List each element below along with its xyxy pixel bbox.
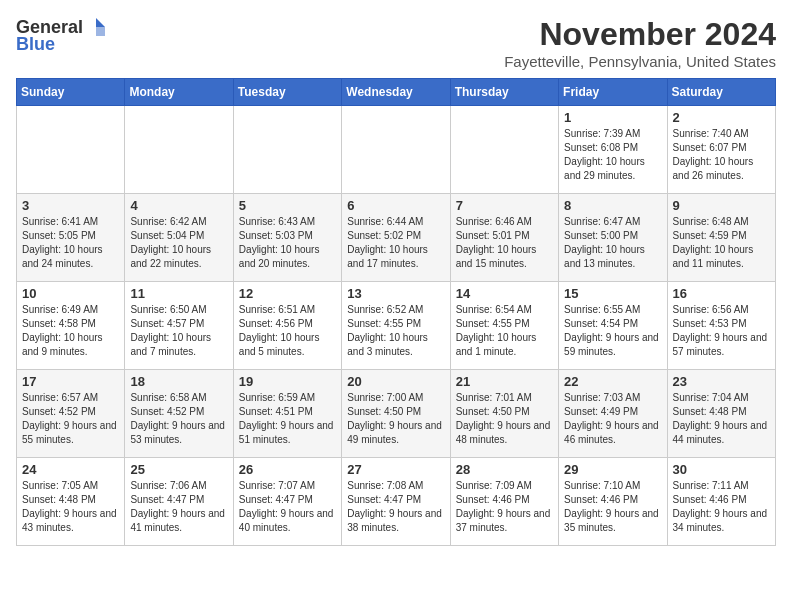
calendar-table: SundayMondayTuesdayWednesdayThursdayFrid… — [16, 78, 776, 546]
day-info: Sunrise: 6:56 AMSunset: 4:53 PMDaylight:… — [673, 303, 770, 359]
day-info: Sunrise: 7:00 AMSunset: 4:50 PMDaylight:… — [347, 391, 444, 447]
day-cell — [125, 106, 233, 194]
month-title: November 2024 — [504, 16, 776, 53]
day-cell: 29Sunrise: 7:10 AMSunset: 4:46 PMDayligh… — [559, 458, 667, 546]
week-row-4: 17Sunrise: 6:57 AMSunset: 4:52 PMDayligh… — [17, 370, 776, 458]
day-info: Sunrise: 7:04 AMSunset: 4:48 PMDaylight:… — [673, 391, 770, 447]
day-info: Sunrise: 6:50 AMSunset: 4:57 PMDaylight:… — [130, 303, 227, 359]
day-cell: 4Sunrise: 6:42 AMSunset: 5:04 PMDaylight… — [125, 194, 233, 282]
day-number: 4 — [130, 198, 227, 213]
logo-blue: Blue — [16, 34, 55, 55]
day-cell: 27Sunrise: 7:08 AMSunset: 4:47 PMDayligh… — [342, 458, 450, 546]
day-number: 3 — [22, 198, 119, 213]
week-row-2: 3Sunrise: 6:41 AMSunset: 5:05 PMDaylight… — [17, 194, 776, 282]
day-cell: 8Sunrise: 6:47 AMSunset: 5:00 PMDaylight… — [559, 194, 667, 282]
day-cell: 13Sunrise: 6:52 AMSunset: 4:55 PMDayligh… — [342, 282, 450, 370]
day-number: 22 — [564, 374, 661, 389]
day-info: Sunrise: 7:11 AMSunset: 4:46 PMDaylight:… — [673, 479, 770, 535]
day-number: 17 — [22, 374, 119, 389]
day-info: Sunrise: 7:03 AMSunset: 4:49 PMDaylight:… — [564, 391, 661, 447]
day-info: Sunrise: 6:44 AMSunset: 5:02 PMDaylight:… — [347, 215, 444, 271]
day-info: Sunrise: 6:48 AMSunset: 4:59 PMDaylight:… — [673, 215, 770, 271]
day-cell: 15Sunrise: 6:55 AMSunset: 4:54 PMDayligh… — [559, 282, 667, 370]
day-info: Sunrise: 6:47 AMSunset: 5:00 PMDaylight:… — [564, 215, 661, 271]
day-number: 1 — [564, 110, 661, 125]
day-number: 5 — [239, 198, 336, 213]
header-cell-thursday: Thursday — [450, 79, 558, 106]
day-cell: 7Sunrise: 6:46 AMSunset: 5:01 PMDaylight… — [450, 194, 558, 282]
day-info: Sunrise: 6:54 AMSunset: 4:55 PMDaylight:… — [456, 303, 553, 359]
day-number: 21 — [456, 374, 553, 389]
day-cell: 9Sunrise: 6:48 AMSunset: 4:59 PMDaylight… — [667, 194, 775, 282]
day-number: 12 — [239, 286, 336, 301]
day-info: Sunrise: 6:41 AMSunset: 5:05 PMDaylight:… — [22, 215, 119, 271]
week-row-5: 24Sunrise: 7:05 AMSunset: 4:48 PMDayligh… — [17, 458, 776, 546]
day-cell: 18Sunrise: 6:58 AMSunset: 4:52 PMDayligh… — [125, 370, 233, 458]
day-cell — [342, 106, 450, 194]
header-cell-tuesday: Tuesday — [233, 79, 341, 106]
day-cell: 6Sunrise: 6:44 AMSunset: 5:02 PMDaylight… — [342, 194, 450, 282]
header-cell-monday: Monday — [125, 79, 233, 106]
day-number: 26 — [239, 462, 336, 477]
day-cell: 19Sunrise: 6:59 AMSunset: 4:51 PMDayligh… — [233, 370, 341, 458]
day-cell: 28Sunrise: 7:09 AMSunset: 4:46 PMDayligh… — [450, 458, 558, 546]
day-cell: 16Sunrise: 6:56 AMSunset: 4:53 PMDayligh… — [667, 282, 775, 370]
day-info: Sunrise: 7:07 AMSunset: 4:47 PMDaylight:… — [239, 479, 336, 535]
day-cell: 2Sunrise: 7:40 AMSunset: 6:07 PMDaylight… — [667, 106, 775, 194]
day-number: 24 — [22, 462, 119, 477]
svg-marker-0 — [96, 18, 105, 27]
header-cell-saturday: Saturday — [667, 79, 775, 106]
logo-icon — [85, 16, 107, 38]
day-number: 30 — [673, 462, 770, 477]
day-cell: 20Sunrise: 7:00 AMSunset: 4:50 PMDayligh… — [342, 370, 450, 458]
day-cell: 12Sunrise: 6:51 AMSunset: 4:56 PMDayligh… — [233, 282, 341, 370]
day-cell: 23Sunrise: 7:04 AMSunset: 4:48 PMDayligh… — [667, 370, 775, 458]
day-number: 16 — [673, 286, 770, 301]
day-number: 27 — [347, 462, 444, 477]
day-info: Sunrise: 6:52 AMSunset: 4:55 PMDaylight:… — [347, 303, 444, 359]
day-info: Sunrise: 7:40 AMSunset: 6:07 PMDaylight:… — [673, 127, 770, 183]
day-cell — [233, 106, 341, 194]
day-cell: 21Sunrise: 7:01 AMSunset: 4:50 PMDayligh… — [450, 370, 558, 458]
svg-marker-1 — [96, 27, 105, 36]
day-number: 28 — [456, 462, 553, 477]
day-cell: 5Sunrise: 6:43 AMSunset: 5:03 PMDaylight… — [233, 194, 341, 282]
header-cell-sunday: Sunday — [17, 79, 125, 106]
day-info: Sunrise: 6:49 AMSunset: 4:58 PMDaylight:… — [22, 303, 119, 359]
header-cell-wednesday: Wednesday — [342, 79, 450, 106]
title-area: November 2024 Fayetteville, Pennsylvania… — [504, 16, 776, 70]
day-info: Sunrise: 7:08 AMSunset: 4:47 PMDaylight:… — [347, 479, 444, 535]
day-cell: 17Sunrise: 6:57 AMSunset: 4:52 PMDayligh… — [17, 370, 125, 458]
day-number: 8 — [564, 198, 661, 213]
day-info: Sunrise: 7:09 AMSunset: 4:46 PMDaylight:… — [456, 479, 553, 535]
header-cell-friday: Friday — [559, 79, 667, 106]
day-cell: 25Sunrise: 7:06 AMSunset: 4:47 PMDayligh… — [125, 458, 233, 546]
day-info: Sunrise: 6:55 AMSunset: 4:54 PMDaylight:… — [564, 303, 661, 359]
day-number: 9 — [673, 198, 770, 213]
day-number: 6 — [347, 198, 444, 213]
logo: General Blue — [16, 16, 107, 55]
day-number: 20 — [347, 374, 444, 389]
day-cell: 30Sunrise: 7:11 AMSunset: 4:46 PMDayligh… — [667, 458, 775, 546]
day-number: 2 — [673, 110, 770, 125]
day-info: Sunrise: 7:10 AMSunset: 4:46 PMDaylight:… — [564, 479, 661, 535]
day-info: Sunrise: 6:57 AMSunset: 4:52 PMDaylight:… — [22, 391, 119, 447]
day-cell: 26Sunrise: 7:07 AMSunset: 4:47 PMDayligh… — [233, 458, 341, 546]
day-number: 25 — [130, 462, 227, 477]
day-cell: 3Sunrise: 6:41 AMSunset: 5:05 PMDaylight… — [17, 194, 125, 282]
day-info: Sunrise: 7:01 AMSunset: 4:50 PMDaylight:… — [456, 391, 553, 447]
day-info: Sunrise: 7:06 AMSunset: 4:47 PMDaylight:… — [130, 479, 227, 535]
day-cell: 1Sunrise: 7:39 AMSunset: 6:08 PMDaylight… — [559, 106, 667, 194]
day-info: Sunrise: 6:59 AMSunset: 4:51 PMDaylight:… — [239, 391, 336, 447]
day-info: Sunrise: 7:39 AMSunset: 6:08 PMDaylight:… — [564, 127, 661, 183]
day-number: 14 — [456, 286, 553, 301]
day-info: Sunrise: 6:58 AMSunset: 4:52 PMDaylight:… — [130, 391, 227, 447]
day-number: 11 — [130, 286, 227, 301]
day-number: 13 — [347, 286, 444, 301]
day-cell — [17, 106, 125, 194]
day-info: Sunrise: 7:05 AMSunset: 4:48 PMDaylight:… — [22, 479, 119, 535]
day-cell: 11Sunrise: 6:50 AMSunset: 4:57 PMDayligh… — [125, 282, 233, 370]
day-number: 10 — [22, 286, 119, 301]
day-number: 7 — [456, 198, 553, 213]
day-cell — [450, 106, 558, 194]
